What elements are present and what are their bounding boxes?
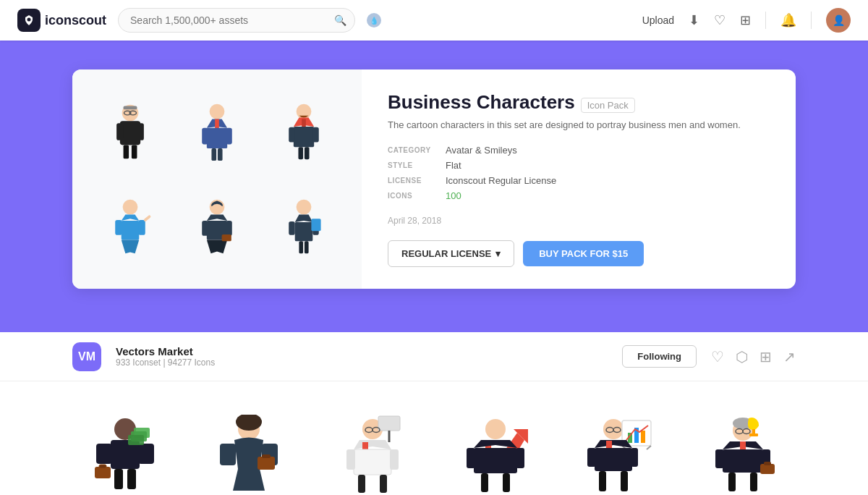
list-item[interactable]: $ 1 [566, 403, 673, 495]
char-man-beard [278, 101, 329, 162]
grid-icon[interactable]: ⊞ [740, 12, 751, 28]
svg-rect-33 [226, 221, 232, 236]
svg-rect-56 [258, 457, 275, 470]
icon-figure [459, 415, 532, 494]
license-button[interactable]: REGULAR LICENSE ▾ [388, 240, 514, 267]
nav-actions: Upload ⬇ ♡ ⊞ 🔔 👤 [642, 8, 851, 33]
svg-rect-38 [305, 241, 309, 253]
svg-line-29 [145, 216, 150, 220]
svg-rect-87 [641, 431, 645, 443]
nav-divider [765, 12, 766, 29]
svg-rect-92 [587, 448, 596, 467]
svg-rect-10 [137, 123, 143, 140]
list-item[interactable]: $ 1 [689, 403, 796, 495]
svg-rect-102 [728, 473, 736, 491]
heart-action-icon[interactable]: ♡ [711, 348, 724, 365]
svg-rect-23 [289, 127, 295, 143]
svg-rect-27 [115, 220, 122, 235]
svg-rect-16 [202, 128, 208, 145]
hero-info: Business Characters Icon Pack The cartoo… [362, 69, 796, 289]
svg-rect-107 [764, 462, 771, 465]
list-item[interactable]: $ 1 [319, 403, 425, 495]
svg-rect-103 [750, 473, 757, 491]
style-label: STYLE [388, 160, 446, 171]
svg-rect-13 [207, 128, 227, 148]
svg-rect-28 [138, 220, 145, 235]
icons-label: ICONS [388, 190, 446, 201]
icon-figure [213, 415, 285, 494]
icon-figure [336, 415, 409, 494]
char-man-suit [192, 101, 242, 162]
list-item[interactable]: $ 1 [196, 403, 302, 495]
svg-point-71 [485, 419, 506, 439]
svg-rect-9 [116, 123, 123, 140]
following-button[interactable]: Following [622, 345, 697, 368]
publisher-bar: VM Vectors Market 933 Iconset | 94277 Ic… [0, 332, 868, 381]
svg-rect-66 [346, 449, 355, 470]
svg-rect-64 [358, 475, 365, 493]
navbar: iconscout 🔍 💧 Upload ⬇ ♡ ⊞ 🔔 👤 [0, 0, 868, 41]
svg-rect-90 [599, 471, 606, 491]
hero-section: Business Characters Icon Pack The cartoo… [0, 41, 868, 332]
char-man-tablet [278, 196, 329, 258]
svg-rect-2 [124, 106, 137, 110]
more-action-icon[interactable]: ↗ [783, 348, 796, 365]
svg-rect-34 [222, 234, 231, 241]
char-woman-dark [192, 196, 242, 258]
download-icon[interactable]: ⬇ [689, 12, 699, 28]
publisher-stats: 933 Iconset | 94277 Icons [116, 358, 608, 368]
hero-card: Business Characters Icon Pack The cartoo… [72, 69, 796, 289]
svg-rect-20 [294, 127, 314, 147]
icon-figure [89, 415, 161, 494]
avatar-initials: 👤 [833, 14, 845, 26]
icon-figure [707, 415, 779, 494]
svg-rect-89 [595, 448, 632, 471]
pack-title: Business Characters [388, 91, 575, 114]
logo-text: iconscout [45, 13, 106, 28]
svg-rect-65 [380, 475, 387, 493]
svg-rect-74 [481, 473, 488, 492]
publisher-avatar: VM [72, 342, 101, 371]
category-label: CATEGORY [388, 145, 446, 156]
svg-rect-32 [202, 221, 208, 236]
svg-rect-36 [295, 222, 313, 241]
gallery-item [174, 179, 260, 275]
svg-point-35 [297, 199, 312, 214]
publisher-actions: ♡ ⬡ ⊞ ↗ [711, 348, 796, 365]
search-input[interactable] [118, 8, 355, 33]
svg-rect-93 [631, 448, 638, 467]
svg-rect-73 [474, 448, 517, 473]
svg-rect-24 [312, 127, 319, 143]
svg-rect-60 [378, 416, 400, 431]
bell-icon[interactable]: 🔔 [780, 12, 796, 28]
water-drop-icon[interactable]: 💧 [367, 13, 381, 28]
svg-point-25 [123, 199, 138, 214]
avatar[interactable]: 👤 [826, 8, 851, 33]
chevron-down-icon: ▾ [495, 248, 501, 259]
svg-rect-37 [299, 241, 303, 253]
publisher-name: Vectors Market [116, 345, 608, 358]
svg-rect-50 [128, 435, 144, 445]
svg-rect-76 [467, 448, 475, 468]
meta-table: CATEGORY Avatar & Smileys STYLE Flat LIC… [388, 145, 770, 201]
buy-button[interactable]: BUY PACK FOR $15 [523, 241, 644, 266]
svg-rect-17 [226, 128, 232, 145]
svg-rect-45 [138, 444, 154, 464]
share-action-icon[interactable]: ⬡ [736, 348, 748, 365]
svg-rect-57 [262, 454, 271, 458]
style-value: Flat [446, 160, 770, 171]
upload-button[interactable]: Upload [642, 14, 674, 26]
publisher-info: Vectors Market 933 Iconset | 94277 Icons [116, 345, 608, 368]
logo[interactable]: iconscout [17, 9, 106, 32]
svg-rect-99 [749, 433, 758, 436]
list-item[interactable]: $ 1 [443, 403, 549, 495]
svg-rect-101 [723, 449, 763, 473]
svg-rect-39 [289, 221, 295, 235]
pack-badge: Icon Pack [581, 98, 635, 113]
search-bar: 🔍 [118, 8, 355, 33]
svg-rect-47 [127, 469, 136, 489]
grid-action-icon[interactable]: ⊞ [760, 348, 772, 365]
list-item[interactable]: $ 1 [72, 403, 179, 495]
svg-rect-8 [132, 145, 137, 159]
heart-icon[interactable]: ♡ [714, 12, 726, 28]
